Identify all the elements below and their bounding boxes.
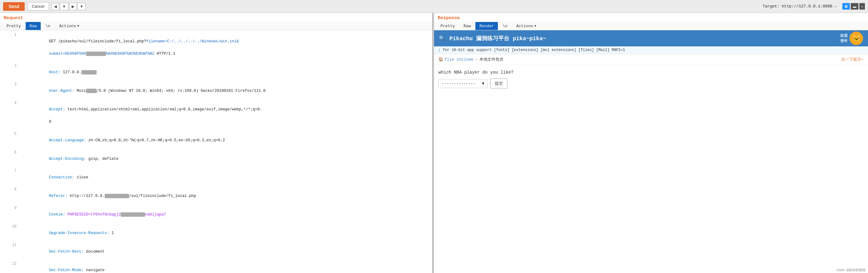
tab-pretty-response[interactable]: Pretty [436, 22, 459, 30]
line-content: Accept-Encoding: gzip, deflate [17, 149, 433, 168]
line-content: GET /pikachu/vul/fileinclude/fi_local.ph… [17, 32, 433, 63]
form-question: which NBA player do you like? [438, 70, 864, 75]
welcome-text: 欢迎 [840, 33, 848, 38]
form-area: which NBA player do you like? ----------… [434, 65, 868, 93]
site-title: Pikachu 漏洞练习平台 pika~pika~ [450, 35, 546, 42]
horizontal-view-button[interactable]: ▬ [851, 3, 859, 9]
table-row: 7 Connection: close [0, 168, 433, 187]
line-number: 2 [0, 63, 17, 82]
line-number: 11 [0, 242, 17, 261]
tab-newline-response[interactable]: \n [498, 22, 512, 30]
breadcrumb-bar: 🏠 file include › 本地文件包含 点一下提示~ [434, 54, 868, 65]
table-row: 5 Accept-Language: zh-CN,zh;q=0.8,zh-TW;… [0, 131, 433, 149]
table-row: 6 Accept-Encoding: gzip, deflate [0, 149, 433, 168]
request-tab-bar: Pretty Raw \n Actions ▼ [0, 22, 433, 30]
tab-pretty-request[interactable]: Pretty [2, 22, 25, 30]
form-row: -------------- ▼ 提交 [438, 79, 864, 88]
tab-raw-request[interactable]: Raw [26, 22, 41, 30]
line-content: Accept-Language: zh-CN,zh;q=0.8,zh-TW;q=… [17, 131, 433, 149]
line-number: 8 [0, 187, 17, 205]
home-icon[interactable]: 🏠 [438, 57, 443, 62]
table-row: 4 Accept: text/html,application/xhtml+xm… [0, 100, 433, 131]
line-content: Accept: text/html,application/xhtml+xml,… [17, 100, 433, 131]
line-content: Sec-Fetch-Mode: navigate [17, 261, 433, 273]
table-row: 3 User-Agent: Mozi████/5.0 (Windows NT 1… [0, 82, 433, 100]
footer-attribution: CSDN @发布的很报 [834, 267, 868, 273]
tab-newline-request[interactable]: \n [41, 22, 54, 30]
response-title: Response [434, 13, 868, 22]
rendered-site-header: 🔍 Pikachu 漏洞练习平台 pika~pika~ 欢迎 登年 🐱 [434, 30, 868, 46]
response-tab-bar: Pretty Raw Render \n Actions ▼ [434, 22, 868, 30]
request-title: Request [0, 13, 433, 22]
tab-raw-response[interactable]: Raw [460, 22, 475, 30]
select-chevron-icon: ▼ [482, 81, 484, 86]
select-placeholder: -------------- [442, 81, 475, 86]
ini-info-bar: ; for 16-bit app support [fonts] [extens… [434, 46, 868, 54]
line-number: 12 [0, 261, 17, 273]
table-row: 10 Upgrade-Insecure-Requests: 1 [0, 224, 433, 242]
toolbar: Send Cancel ◀ ▼ ▶ ▼ Target: http://127.0… [0, 0, 868, 13]
panel-divider[interactable] [432, 13, 433, 273]
breadcrumb-current: 本地文件包含 [479, 57, 503, 62]
line-content: Upgrade-Insecure-Requests: 1 [17, 224, 433, 242]
line-number: 6 [0, 149, 17, 168]
table-row: 8 Referer: http://127.0.0.██████████/vul… [0, 187, 433, 205]
nav-arrows: ◀ ▼ ▶ ▼ [52, 3, 86, 10]
view-switcher: ▦ ▬ ▪ [842, 3, 865, 9]
forward-button[interactable]: ▶ [69, 3, 77, 10]
welcome-line2: 登年 [840, 38, 848, 44]
breadcrumb-link[interactable]: file include [444, 57, 473, 62]
main-area: Request Pretty Raw \n Actions ▼ 1 GET /p… [0, 13, 868, 273]
chevron-down-icon: ▼ [77, 24, 79, 28]
response-body[interactable]: 🔍 Pikachu 漏洞练习平台 pika~pika~ 欢迎 登年 🐱 ; fo… [434, 30, 868, 273]
tab-actions-request[interactable]: Actions ▼ [56, 22, 83, 30]
submit-button[interactable]: 提交 [490, 79, 507, 88]
single-view-button[interactable]: ▪ [859, 3, 865, 9]
breadcrumb-separator: › [475, 57, 478, 62]
table-row: 1 GET /pikachu/vul/fileinclude/fi_local.… [0, 32, 433, 63]
line-content: Connection: close [17, 168, 433, 187]
tab-render-response[interactable]: Render [475, 22, 498, 30]
forward-dropdown[interactable]: ▼ [78, 3, 86, 10]
line-number: 9 [0, 205, 17, 224]
request-body[interactable]: 1 GET /pikachu/vul/fileinclude/fi_local.… [0, 30, 433, 273]
line-content: User-Agent: Mozi████/5.0 (Windows NT 10.… [17, 82, 433, 100]
line-number: 3 [0, 82, 17, 100]
actions-label-response: Actions [517, 24, 533, 28]
chevron-down-icon-response: ▼ [534, 24, 536, 28]
table-row: 11 Sec-Fetch-Dest: document [0, 242, 433, 261]
line-content: Cookie: PHPSESSID=tf6hnf0cbqpj2█████████… [17, 205, 433, 224]
site-logo: 🐱 [849, 31, 863, 45]
actions-label-request: Actions [59, 24, 76, 28]
ini-info-text: ; for 16-bit app support [fonts] [extens… [438, 48, 625, 52]
back-dropdown[interactable]: ▼ [60, 3, 68, 10]
hint-link[interactable]: 点一下提示~ [841, 57, 864, 62]
line-content: Host: 127.0.0.██████ [17, 63, 433, 82]
table-row: 12 Sec-Fetch-Mode: navigate [0, 261, 433, 273]
nba-player-select[interactable]: -------------- ▼ [438, 79, 488, 88]
table-row: 9 Cookie: PHPSESSID=tf6hnf0cbqpj2███████… [0, 205, 433, 224]
line-number: 4 [0, 100, 17, 131]
line-content: Sec-Fetch-Dest: document [17, 242, 433, 261]
target-info: Target: http://127.0.0.1:8888 ✏️ ▦ ▬ ▪ [763, 3, 865, 9]
split-view-button[interactable]: ▦ [842, 3, 850, 9]
back-button[interactable]: ◀ [52, 3, 59, 10]
line-number: 7 [0, 168, 17, 187]
logo-emoji: 🐱 [852, 34, 861, 43]
send-button[interactable]: Send [3, 2, 25, 11]
line-number: 10 [0, 224, 17, 242]
cancel-button[interactable]: Cancel [27, 2, 49, 10]
request-panel: Request Pretty Raw \n Actions ▼ 1 GET /p… [0, 13, 434, 273]
edit-target-icon[interactable]: ✏️ [834, 4, 837, 9]
request-lines-table: 1 GET /pikachu/vul/fileinclude/fi_local.… [0, 32, 433, 273]
line-content: Referer: http://127.0.0.██████████/vul/f… [17, 187, 433, 205]
response-panel: Response Pretty Raw Render \n Actions ▼ … [434, 13, 868, 273]
target-label: Target: http://127.0.0.1:8888 [763, 4, 832, 9]
search-icon: 🔍 [439, 35, 445, 42]
tab-actions-response[interactable]: Actions ▼ [513, 22, 539, 30]
table-row: 2 Host: 127.0.0.██████ [0, 63, 433, 82]
line-number: 1 [0, 32, 17, 63]
footer-label: CSDN @发布的很报 [836, 268, 866, 272]
line-number: 5 [0, 131, 17, 149]
